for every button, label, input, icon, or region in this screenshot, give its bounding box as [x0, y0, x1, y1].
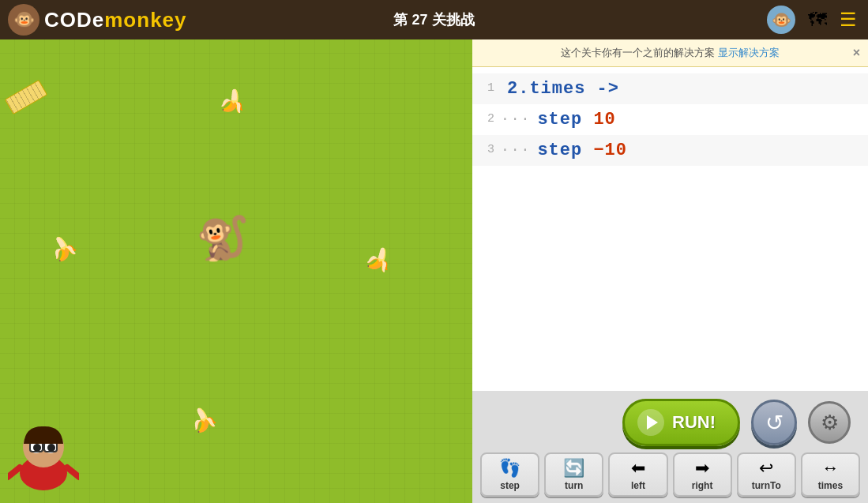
line-number-2: 2: [472, 111, 501, 129]
left-label: left: [631, 480, 645, 491]
play-icon: [637, 409, 664, 436]
turnTo-icon: ↩: [759, 458, 773, 479]
line-indent-2: ···: [501, 109, 531, 130]
menu-icon[interactable]: ☰: [840, 9, 857, 31]
reset-button[interactable]: ↺: [751, 400, 797, 445]
logo-code: CODe: [44, 8, 104, 32]
cmd-times-button[interactable]: ↔ times: [801, 452, 860, 497]
monkey-character: 🐒: [196, 213, 249, 263]
right-icon: ➡: [695, 458, 709, 479]
game-canvas: 🐒 🍌�: [0, 39, 472, 503]
cmd-turnTo-button[interactable]: ↩ turnTo: [737, 452, 796, 497]
command-row: 👣 step 🔄 turn ⬅ left ➡ right ↩ turnTo ↔ …: [480, 452, 860, 497]
cmd-left-button[interactable]: ⬅ left: [608, 452, 667, 497]
svg-line-9: [8, 467, 20, 477]
line-number-1: 1: [472, 80, 501, 98]
step-label: step: [500, 480, 520, 491]
right-label: right: [692, 480, 713, 491]
code-line-1[interactable]: 1 2.times ->: [472, 73, 868, 104]
right-panel: 这个关卡你有一个之前的解决方案 显示解决方案 × 1 2.times -> 2 …: [472, 39, 868, 503]
times-label: times: [818, 480, 843, 491]
turnTo-label: turnTo: [752, 480, 781, 491]
line-code-1: 2.times ->: [507, 76, 619, 102]
run-label: RUN!: [672, 412, 716, 433]
line-number-3: 3: [472, 141, 501, 160]
run-reset-row: RUN! ↺ ⚙: [480, 399, 860, 446]
line-code-3: step −10: [537, 137, 627, 163]
logo-monkey-icon: 🐵: [8, 4, 39, 36]
close-notification-button[interactable]: ×: [853, 46, 860, 60]
settings-button[interactable]: ⚙: [808, 401, 851, 444]
cmd-right-button[interactable]: ➡ right: [673, 452, 732, 497]
turn-label: turn: [565, 480, 583, 491]
svg-line-10: [67, 467, 79, 477]
notification-text: 这个关卡你有一个之前的解决方案: [561, 46, 715, 60]
banana-3: 🍌: [186, 404, 220, 436]
notification-bar: 这个关卡你有一个之前的解决方案 显示解决方案 ×: [472, 39, 868, 67]
banana-2: 🍌: [362, 242, 398, 277]
cmd-turn-button[interactable]: 🔄 turn: [544, 452, 603, 497]
logo-text: CODemonkey: [44, 8, 187, 32]
logo-area: 🐵 CODemonkey: [0, 4, 187, 36]
run-button[interactable]: RUN!: [622, 399, 740, 446]
svg-point-5: [47, 444, 55, 452]
line-indent-3: ···: [501, 140, 531, 161]
code-editor[interactable]: 1 2.times -> 2 ··· step 10 3 ··· step −1…: [472, 67, 868, 391]
left-icon: ⬅: [631, 458, 645, 479]
code-line-2[interactable]: 2 ··· step 10: [472, 104, 868, 135]
header: 🐵 CODemonkey 第 27 关挑战 🐵 🗺 ☰: [0, 0, 868, 39]
bottom-controls: RUN! ↺ ⚙ 👣 step 🔄 turn ⬅ left ➡ right ↩ …: [472, 391, 868, 503]
avatar-icon[interactable]: 🐵: [767, 6, 795, 34]
times-icon: ↔: [821, 458, 839, 479]
level-title: 第 27 关挑战: [393, 10, 474, 29]
banana-1: 🍌: [46, 231, 81, 265]
kid-character: [8, 398, 79, 503]
turn-icon: 🔄: [563, 458, 584, 479]
cmd-step-button[interactable]: 👣 step: [480, 452, 539, 497]
main-layout: 🐒 🍌�: [0, 39, 868, 503]
line-code-2: step 10: [537, 107, 615, 133]
ruler-decoration: [5, 80, 47, 114]
logo-monkey-text: monkey: [104, 8, 186, 32]
header-right: 🐵 🗺 ☰: [767, 6, 868, 34]
map-icon[interactable]: 🗺: [808, 9, 827, 31]
code-line-3[interactable]: 3 ··· step −10: [472, 135, 868, 166]
show-solution-link[interactable]: 显示解决方案: [718, 46, 780, 60]
banana-0: 🍌: [216, 85, 250, 118]
step-icon: 👣: [499, 458, 520, 479]
svg-point-4: [33, 444, 41, 452]
